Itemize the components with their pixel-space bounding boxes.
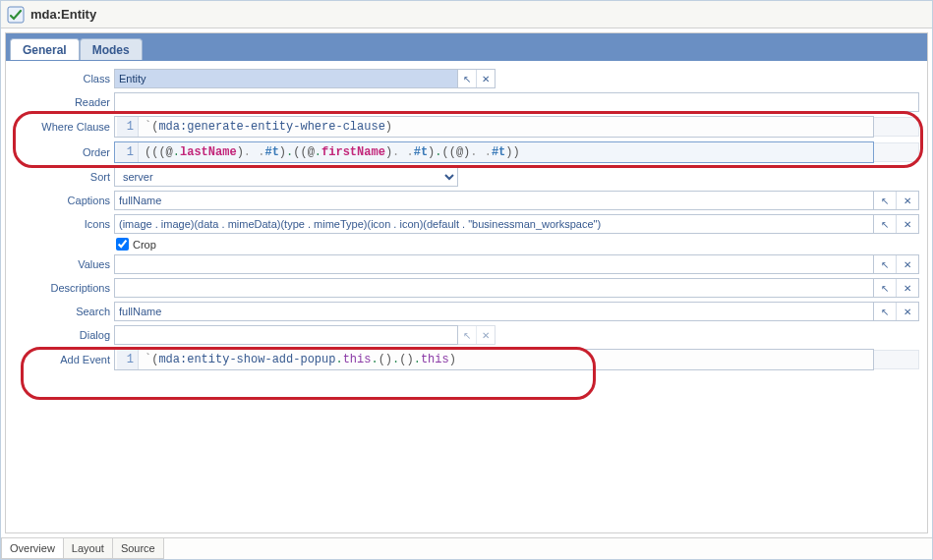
arrow-icon: ↖ [881, 307, 889, 317]
reader-input[interactable] [114, 92, 919, 112]
svg-rect-0 [8, 7, 24, 23]
label-reader: Reader [6, 96, 114, 108]
close-icon: ✕ [482, 74, 490, 84]
captions-clear-button[interactable]: ✕ [896, 192, 918, 209]
captions-input[interactable] [114, 191, 874, 210]
title-text: mda:Entity [30, 7, 96, 22]
values-clear-button[interactable]: ✕ [896, 255, 918, 273]
search-pick-button[interactable]: ↖ [874, 303, 896, 320]
close-icon: ✕ [482, 330, 490, 341]
crop-label: Crop [133, 239, 156, 251]
descriptions-pick-button[interactable]: ↖ [874, 279, 896, 297]
arrow-icon: ↖ [881, 283, 889, 294]
icons-pick-button[interactable]: ↖ [874, 215, 896, 233]
descriptions-input[interactable] [114, 278, 874, 298]
class-pick-button[interactable]: ↖ [458, 70, 476, 87]
descriptions-clear-button[interactable]: ✕ [896, 279, 918, 297]
gutter: 1 [117, 117, 139, 137]
bottom-tab-layout[interactable]: Layout [64, 538, 113, 559]
close-icon: ✕ [904, 196, 911, 206]
tab-general[interactable]: General [10, 38, 80, 60]
content-area: General Modes Class ↖ ✕ Reader Where [5, 32, 928, 533]
bottom-tab-source[interactable]: Source [113, 538, 164, 559]
arrow-icon: ↖ [881, 219, 889, 230]
label-values: Values [6, 258, 114, 270]
search-input[interactable] [114, 302, 874, 321]
close-icon: ✕ [904, 259, 911, 270]
label-class: Class [6, 73, 114, 84]
add-event-input[interactable]: 1 `(mda:entity-show-add-popup.this.().()… [114, 349, 874, 370]
label-sort: Sort [6, 171, 114, 183]
label-dialog: Dialog [6, 329, 114, 341]
label-captions: Captions [6, 195, 114, 206]
icons-clear-button[interactable]: ✕ [896, 215, 918, 233]
titlebar: mda:Entity [1, 1, 932, 28]
close-icon: ✕ [904, 307, 911, 317]
add-event-code: `(mda:entity-show-add-popup.this.().().t… [139, 353, 456, 366]
label-descriptions: Descriptions [6, 282, 114, 294]
close-icon: ✕ [904, 283, 911, 294]
sort-select[interactable]: server [114, 167, 458, 187]
order-code: (((@.lastName). .#t).((@.firstName). .#t… [139, 145, 520, 159]
label-order: Order [6, 146, 114, 158]
addevent-spacer [874, 350, 919, 369]
bottom-tab-overview[interactable]: Overview [1, 538, 64, 559]
order-spacer [874, 142, 919, 162]
icons-input[interactable] [114, 214, 874, 234]
dialog-pick-button[interactable]: ↖ [458, 326, 476, 344]
values-pick-button[interactable]: ↖ [874, 255, 896, 273]
where-spacer [874, 117, 919, 137]
label-icons: Icons [6, 218, 114, 230]
entity-icon [7, 6, 25, 24]
search-clear-button[interactable]: ✕ [896, 303, 918, 320]
dialog-input[interactable] [114, 325, 458, 345]
label-add-event: Add Event [6, 354, 114, 365]
captions-pick-button[interactable]: ↖ [874, 192, 896, 209]
class-clear-button[interactable]: ✕ [476, 70, 495, 87]
crop-checkbox[interactable]: Crop [116, 238, 156, 251]
where-clause-input[interactable]: 1 `(mda:generate-entity-where-clause) [114, 116, 874, 138]
top-tabs: General Modes [6, 33, 927, 61]
label-where: Where Clause [6, 121, 114, 133]
order-input[interactable]: 1 (((@.lastName). .#t).((@.firstName). .… [114, 141, 874, 163]
arrow-icon: ↖ [463, 74, 471, 84]
editor-window: mda:Entity General Modes Class ↖ ✕ Reade… [0, 0, 933, 560]
arrow-icon: ↖ [881, 196, 889, 206]
bottom-tabs: Overview Layout Source [1, 537, 932, 559]
label-search: Search [6, 306, 114, 317]
form: Class ↖ ✕ Reader Where Clause 1 [6, 61, 927, 370]
dialog-clear-button[interactable]: ✕ [476, 326, 495, 344]
arrow-icon: ↖ [881, 259, 889, 270]
arrow-icon: ↖ [463, 330, 471, 341]
close-icon: ✕ [904, 219, 911, 230]
values-input[interactable] [114, 254, 874, 274]
where-code: `(mda:generate-entity-where-clause) [139, 120, 392, 134]
class-input[interactable] [114, 69, 458, 88]
tab-modes[interactable]: Modes [80, 38, 143, 60]
